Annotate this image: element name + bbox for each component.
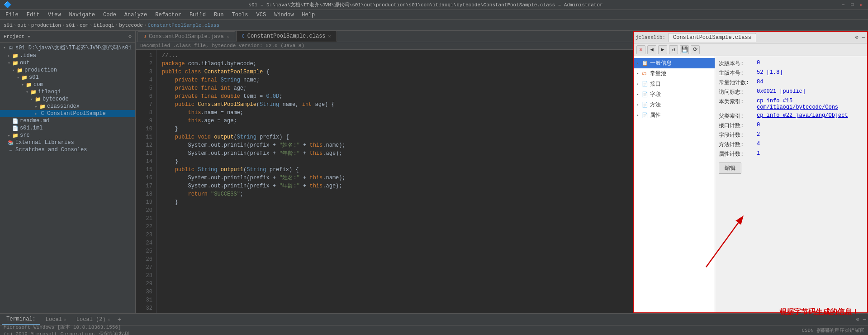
menu-item-file[interactable]: File [2, 11, 22, 19]
sidebar-item-readme.md[interactable]: 📄readme.md [0, 117, 135, 124]
jc-tree-arrow: ▸ [636, 61, 642, 66]
jc-tree-item-label: 方法 [650, 101, 661, 109]
terminal-tab-close-1[interactable]: ✕ [64, 317, 66, 322]
jc-back-button[interactable]: ◀ [647, 45, 656, 54]
tree-arrow: ▾ [6, 61, 12, 66]
main-layout: Project ▾ ⚙ ▾🗂s01 D:\java\文档\IT老齐\JVM\源代… [0, 31, 868, 313]
menu-item-edit[interactable]: Edit [23, 11, 43, 19]
jc-detail-row: 访问标志:0x0021 [public] [719, 88, 863, 96]
nav-item-0[interactable]: s01 [4, 23, 13, 28]
tree-item-icon: 🗂 [7, 45, 14, 51]
sidebar-item-.idea[interactable]: ▸📁.idea [0, 52, 135, 59]
jc-refresh-button[interactable]: ↺ [669, 45, 678, 54]
code-line: } [162, 158, 633, 166]
jc-detail-value: 1 [757, 150, 760, 157]
jc-detail-row: 主版本号:52 [1.8] [719, 69, 863, 77]
jc-close-button[interactable]: ✕ [636, 45, 645, 54]
jc-tree-item-方法[interactable]: ▸📄方法 [634, 100, 715, 110]
code-line: public String output1(String prefix) { [162, 166, 633, 174]
jc-tree-item-一般信息[interactable]: ▸📋一般信息 [634, 58, 715, 68]
tab-label: ConstantPoolSample.class [247, 33, 326, 39]
sidebar-item-scratches-and-consoles[interactable]: ✏Scratches and Consoles [0, 146, 135, 153]
jc-detail-value: 84 [757, 79, 763, 85]
jc-forward-button[interactable]: ▶ [658, 45, 667, 54]
sidebar-item-s01-d:\java\文档\it老齐\jvm\源代码\s01[interactable]: ▾🗂s01 D:\java\文档\IT老齐\JVM\源代码\s01 [0, 43, 135, 52]
terminal-minimize-icon[interactable]: — [863, 316, 866, 323]
jc-detail-value[interactable]: cp_info #15 com/itlaoqi/bytecode/Cons [757, 98, 863, 110]
sidebar-item-label: s01 D:\java\文档\IT老齐\JVM\源代码\s01 [15, 44, 132, 52]
tab-constantpoolsample.class[interactable]: CConstantPoolSample.class ✕ [236, 31, 337, 42]
line-number: 4 [136, 76, 152, 84]
terminal-tab-close-2[interactable]: ✕ [108, 317, 110, 322]
code-line: this.age = age; [162, 117, 633, 125]
tree-item-icon: 📁 [16, 67, 24, 73]
nav-item-4[interactable]: com [80, 23, 89, 28]
menu-item-vcs[interactable]: VCS [253, 11, 270, 19]
jc-sync-button[interactable]: ⟳ [691, 45, 700, 54]
code-line: //... [162, 52, 633, 60]
minimize-button[interactable]: — [840, 2, 846, 8]
menu-bar: FileEditViewNavigateCodeAnalyzeRefactorB… [0, 10, 868, 20]
status-right: CSDN @嘟嘟的程序员铲屎官 [802, 327, 864, 334]
nav-item-2[interactable]: production [31, 23, 61, 28]
tree-arrow: ▾ [20, 82, 25, 87]
jclasslib-tree: ▸📋一般信息▸🗂常量池▸📄接口▸📄字段▸📄方法▸📄属性 [634, 56, 715, 312]
menu-item-navigate[interactable]: Navigate [65, 11, 99, 19]
tab-constantpoolsample.java[interactable]: JConstantPoolSample.java ✕ [138, 31, 235, 42]
jclasslib-minimize-icon[interactable]: — [862, 34, 865, 41]
menu-item-tools[interactable]: Tools [228, 11, 252, 19]
menu-item-code[interactable]: Code [100, 11, 120, 19]
terminal-settings-icon[interactable]: ⚙ [856, 316, 859, 323]
menu-item-help[interactable]: Help [298, 11, 318, 19]
menu-item-refactor[interactable]: Refactor [152, 11, 185, 19]
jclasslib-tab[interactable]: ConstantPoolSample.class [668, 33, 756, 42]
tab-close-button[interactable]: ✕ [227, 34, 229, 39]
sidebar-item-out[interactable]: ▾📁out [0, 59, 135, 67]
tree-item-icon: 📁 [39, 104, 46, 110]
nav-item-7[interactable]: ConstantPoolSample.class [148, 23, 219, 28]
jc-tree-item-label: 常量池 [650, 70, 666, 77]
editor-info: Decompiled .class file, bytecode version… [136, 42, 633, 50]
sidebar-gear-icon[interactable]: ⚙ [128, 33, 132, 40]
nav-item-1[interactable]: out [17, 23, 26, 28]
sidebar-item-com[interactable]: ▾📁com [0, 81, 135, 88]
tree-arrow: ▸ [6, 53, 12, 58]
sidebar-item-itlaoqi[interactable]: ▾📁itlaoqi [0, 88, 135, 96]
sidebar-item-s01.iml[interactable]: 📄s01.iml [0, 124, 135, 132]
tree-arrow: ▸ [6, 133, 12, 138]
sidebar-item-label: ConstantPoolSample [47, 110, 106, 117]
nav-item-3[interactable]: s01 [66, 23, 75, 28]
jc-detail-value[interactable]: cp_info #22 java/lang/Object [757, 112, 848, 119]
jc-tree-item-字段[interactable]: ▸📄字段 [634, 89, 715, 100]
jc-tree-item-label: 字段 [650, 91, 661, 98]
line-number: 28 [136, 272, 152, 280]
menu-item-run[interactable]: Run [210, 11, 228, 19]
sidebar-item-constantpoolsample[interactable]: ▸CConstantPoolSample [0, 110, 135, 117]
menu-item-analyze[interactable]: Analyze [121, 11, 151, 19]
maximize-button[interactable]: □ [849, 2, 855, 8]
menu-item-window[interactable]: Window [270, 11, 297, 19]
menu-item-view[interactable]: View [44, 11, 65, 19]
sidebar-item-external-libraries[interactable]: 📚External Libraries [0, 139, 135, 146]
tree-arrow: ▾ [11, 68, 16, 73]
close-button[interactable]: ✕ [858, 2, 864, 8]
jclasslib-settings-icon[interactable]: ⚙ [855, 34, 859, 41]
jc-edit-button[interactable]: 编辑 [719, 163, 741, 174]
jc-tree-item-属性[interactable]: ▸📄属性 [634, 110, 715, 120]
code-line: } [162, 198, 633, 206]
sidebar-item-classindex[interactable]: ▸📁classindex [0, 103, 135, 110]
sidebar-item-production[interactable]: ▾📁production [0, 67, 135, 74]
terminal-add-button[interactable]: + [116, 316, 123, 323]
tab-close-button[interactable]: ✕ [328, 34, 331, 39]
jc-tree-item-常量池[interactable]: ▸🗂常量池 [634, 68, 715, 79]
line-number: 14 [136, 158, 152, 166]
jc-tree-item-接口[interactable]: ▸📄接口 [634, 79, 715, 89]
nav-item-5[interactable]: itlaoqi [93, 23, 114, 28]
menu-item-build[interactable]: Build [186, 11, 209, 19]
sidebar-item-s01[interactable]: ▾📁s01 [0, 74, 135, 81]
code-area[interactable]: 1234567891011121314151617181920212223242… [136, 50, 633, 313]
sidebar-item-src[interactable]: ▸📁src [0, 132, 135, 139]
jc-save-button[interactable]: 💾 [680, 45, 689, 54]
sidebar-item-bytecode[interactable]: ▾📁bytecode [0, 96, 135, 103]
nav-item-6[interactable]: bytecode [119, 23, 143, 28]
